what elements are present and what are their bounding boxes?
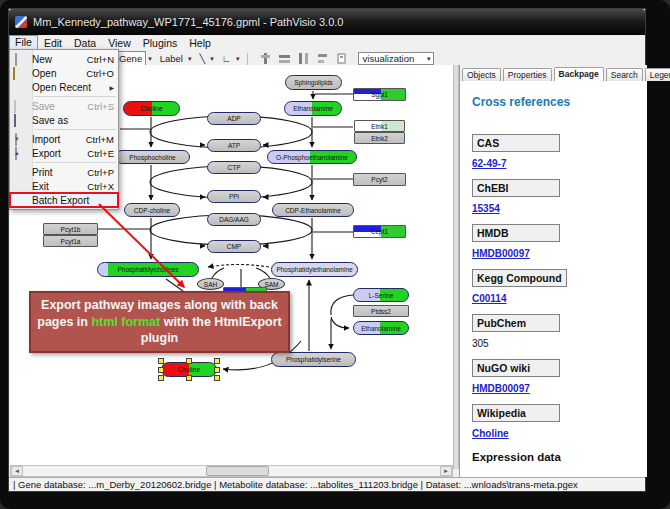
selection-handle[interactable] (158, 375, 164, 381)
menu-separator (34, 162, 116, 163)
menu-file[interactable]: File (9, 35, 38, 50)
xref-header: PubChem (472, 314, 560, 332)
file-menu-item-save[interactable]: SaveCtrl+S (10, 99, 118, 113)
node-sphingolipids[interactable]: Sphingolipids (285, 75, 342, 90)
file-menu-item-save-as[interactable]: Save as (10, 113, 118, 127)
visualization-value: visualization (363, 53, 415, 64)
selection-handle[interactable] (158, 367, 164, 373)
xref-header: ChEBI (472, 179, 560, 197)
menu-edit[interactable]: Edit (38, 36, 68, 50)
node-cept1[interactable]: Cept1 (353, 225, 406, 238)
distribute-icon[interactable] (316, 52, 329, 65)
menu-item-icon-blank (13, 195, 26, 206)
menu-item-label: Print (32, 167, 81, 178)
menu-help[interactable]: Help (183, 36, 217, 50)
selection-handle[interactable] (158, 358, 164, 364)
node-pcyt2[interactable]: Pcyt2 (353, 173, 406, 186)
menu-view[interactable]: View (102, 36, 137, 50)
menu-separator (34, 96, 116, 97)
scroll-right-arrow-icon[interactable]: ► (440, 466, 452, 476)
node-atp[interactable]: ATP (207, 139, 261, 152)
node-cdp-choline[interactable]: CDP-choline (124, 203, 180, 217)
visualization-combobox[interactable]: visualization ▾ (358, 52, 434, 65)
file-menu-item-import[interactable]: ImportCtrl+M (10, 132, 118, 146)
page-setup-icon[interactable] (335, 52, 348, 65)
node-etnk1[interactable]: Etnk1 (354, 120, 405, 132)
selection-handle[interactable] (186, 358, 192, 364)
label-tool-button[interactable]: Label (157, 52, 186, 65)
scroll-left-arrow-icon[interactable]: ◄ (11, 466, 23, 476)
title-bar[interactable]: Mm_Kennedy_pathway_WP1771_45176.gpml - P… (9, 9, 645, 35)
selection-handle[interactable] (214, 358, 220, 364)
xref-section-chebi: ChEBI15354 (472, 178, 637, 214)
node-pcyt1a[interactable]: Pcyt1a (43, 235, 98, 247)
expression-data-heading: Expression data (472, 451, 637, 463)
node-phosphocholine[interactable]: Phosphocholine (115, 150, 190, 164)
xref-link[interactable]: Choline (472, 428, 637, 439)
save-as-icon (13, 115, 26, 126)
tab-objects[interactable]: Objects (462, 68, 501, 81)
xref-link[interactable]: 15354 (472, 203, 637, 214)
menu-plugins[interactable]: Plugins (137, 36, 183, 50)
node-phosphatidylserine[interactable]: Phosphatidylserine (271, 352, 356, 367)
xref-link[interactable]: HMDB00097 (472, 248, 637, 259)
menu-item-shortcut: Ctrl+O (86, 68, 114, 79)
align-vertical-icon[interactable] (278, 52, 291, 65)
menu-item-label: Open Recent (32, 82, 103, 93)
node-sah[interactable]: SAH (197, 278, 224, 290)
file-menu-item-batch-export[interactable]: Batch Export (10, 193, 118, 207)
file-menu-item-open[interactable]: OpenCtrl+O (10, 66, 118, 80)
gene-tool-button[interactable]: Gene (115, 51, 146, 66)
connector-tool-caret-icon[interactable]: ▾ (234, 55, 242, 63)
node-l-serine[interactable]: L-Serine (353, 288, 409, 302)
status-bar: | Gene database: ...m_Derby_20120602.bri… (9, 477, 645, 491)
scrollbar-track[interactable] (23, 466, 440, 476)
xref-link[interactable]: 62-49-7 (472, 158, 637, 169)
xref-link[interactable]: C00114 (472, 293, 637, 304)
node-o-phosphoethanolamine[interactable]: O-Phosphoethanolamine (267, 150, 357, 164)
xref-section-cas: CAS62-49-7 (472, 133, 637, 169)
node-cmp[interactable]: CMP (207, 240, 261, 253)
label-tool-caret-icon[interactable]: ▾ (186, 55, 194, 63)
tab-search[interactable]: Search (606, 68, 643, 81)
scrollbar-thumb[interactable] (206, 466, 269, 476)
node-phosphatidylcholines[interactable]: Phosphatidylcholines (97, 262, 199, 277)
tab-backpage[interactable]: Backpage (554, 67, 604, 81)
file-menu-item-exit[interactable]: ExitCtrl+X (10, 179, 118, 193)
export-icon (13, 148, 26, 159)
line-tool-icon[interactable]: ╲ (196, 52, 208, 65)
menu-data[interactable]: Data (68, 36, 102, 50)
node-phosphatidylethanolamine[interactable]: Phosphatidylethanolamine (271, 262, 358, 277)
menu-item-icon-blank (13, 82, 26, 93)
file-menu-item-open-recent[interactable]: Open Recent▶ (10, 80, 118, 94)
selection-handle[interactable] (214, 367, 220, 373)
align-horizontal-icon[interactable] (259, 52, 272, 65)
selection-handle[interactable] (214, 375, 220, 381)
node-ethanolamine-top[interactable]: Ethanolamine (284, 101, 342, 116)
node-cdp-ethanolamine[interactable]: CDP-Ethanolamine (272, 203, 354, 217)
xref-header: Wikipedia (472, 404, 560, 422)
node-ppi[interactable]: PPi (207, 190, 261, 203)
stack-vertical-icon[interactable] (297, 52, 310, 65)
tab-legend[interactable]: Legend (645, 68, 670, 81)
file-menu-item-print[interactable]: PrintCtrl+P (10, 165, 118, 179)
node-pcyt1b[interactable]: Pcyt1b (43, 223, 98, 235)
connector-tool-icon[interactable]: ∟ (219, 52, 234, 65)
file-menu-item-new[interactable]: NewCtrl+N (10, 52, 118, 66)
gene-tool-label: Gene (119, 53, 142, 64)
node-ctp[interactable]: CTP (207, 161, 261, 174)
tab-properties[interactable]: Properties (503, 68, 552, 81)
file-menu-item-export[interactable]: ExportCtrl+E (10, 146, 118, 160)
gene-tool-caret-icon[interactable]: ▾ (146, 55, 154, 63)
line-tool-caret-icon[interactable]: ▾ (208, 55, 216, 63)
xref-link[interactable]: HMDB00097 (472, 383, 637, 394)
node-adp[interactable]: ADP (207, 112, 261, 125)
node-ptdss2[interactable]: Ptdss2 (353, 305, 409, 317)
node-choline-top[interactable]: Choline (123, 101, 180, 116)
node-ethanolamine-bottom[interactable]: Ethanolamine (353, 321, 409, 335)
node-sgpl1[interactable]: Sgpl1 (353, 88, 406, 101)
node-etnk2[interactable]: Etnk2 (354, 132, 405, 144)
selection-handle[interactable] (186, 375, 192, 381)
node-dag-aag[interactable]: DAG/AAG (207, 213, 261, 226)
horizontal-scrollbar[interactable]: ◄ ► (10, 465, 453, 477)
